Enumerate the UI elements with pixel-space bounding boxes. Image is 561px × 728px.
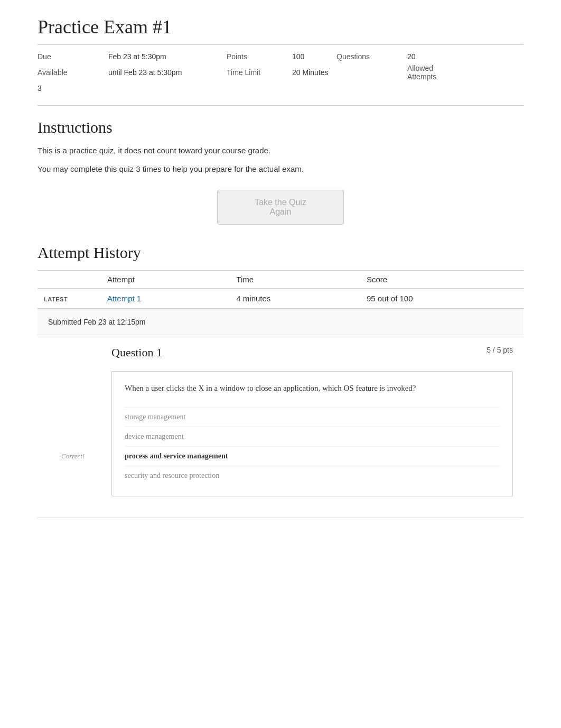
- submitted-section: Submitted Feb 23 at 12:15pm: [38, 309, 523, 335]
- page-title: Practice Exam #1: [38, 16, 523, 38]
- answer-row-3: Correct! process and service management: [125, 446, 500, 466]
- allowed-attempts-label: Allowed Attempts: [407, 64, 450, 81]
- answer-text-4: security and resource protection: [125, 472, 219, 480]
- attempt-link-cell[interactable]: Attempt 1: [101, 289, 230, 309]
- allowed-attempts-value: 3: [38, 84, 106, 93]
- question-1-points: 5 / 5 pts: [487, 346, 513, 354]
- question-1-container: Question 1 5 / 5 pts When a user clicks …: [38, 346, 523, 496]
- attempt-link[interactable]: Attempt 1: [107, 294, 141, 303]
- answer-text-3: process and service management: [125, 452, 228, 460]
- col-header-score: Score: [360, 271, 523, 289]
- question-1-title: Question 1: [111, 346, 162, 360]
- attempt-time: 4 minutes: [230, 289, 360, 309]
- question-1-text: When a user clicks the X in a window to …: [125, 382, 500, 394]
- submitted-text: Submitted Feb 23 at 12:15pm: [48, 318, 145, 326]
- attempt-score: 95 out of 100: [360, 289, 523, 309]
- question-1-box: When a user clicks the X in a window to …: [111, 371, 513, 496]
- col-header-empty: [38, 271, 101, 289]
- questions-label: Questions: [336, 52, 405, 61]
- answer-row-2: device management: [125, 427, 500, 446]
- answer-row-4: security and resource protection: [125, 466, 500, 485]
- col-header-attempt: Attempt: [101, 271, 230, 289]
- exam-meta: Due Feb 23 at 5:30pm Points 100 Question…: [38, 52, 523, 93]
- instructions-title: Instructions: [38, 118, 523, 136]
- table-row: LATEST Attempt 1 4 minutes 95 out of 100: [38, 289, 523, 309]
- time-limit-label: Time Limit: [227, 68, 290, 77]
- attempt-history-table: Attempt Time Score LATEST Attempt 1 4 mi…: [38, 270, 523, 309]
- attempt-history-title: Attempt History: [38, 244, 523, 262]
- due-value: Feb 23 at 5:30pm: [108, 52, 225, 61]
- take-quiz-container: Take the Quiz Again: [38, 190, 523, 225]
- latest-label: LATEST: [38, 289, 101, 309]
- points-value: 100: [292, 52, 334, 61]
- questions-value: 20: [407, 52, 450, 61]
- instructions-line1: This is a practice quiz, it does not cou…: [38, 145, 523, 157]
- time-limit-value: 20 Minutes: [292, 68, 405, 77]
- answers-list: storage management device management Cor…: [125, 407, 500, 485]
- correct-label: Correct!: [61, 452, 85, 460]
- answer-row-1: storage management: [125, 407, 500, 427]
- available-value: until Feb 23 at 5:30pm: [108, 68, 225, 77]
- col-header-time: Time: [230, 271, 360, 289]
- answer-text-2: device management: [125, 432, 184, 440]
- instructions-line2: You may complete this quiz 3 times to he…: [38, 163, 523, 176]
- take-quiz-again-button[interactable]: Take the Quiz Again: [217, 190, 344, 225]
- points-label: Points: [227, 52, 290, 61]
- answer-text-1: storage management: [125, 413, 185, 421]
- due-label: Due: [38, 52, 106, 61]
- available-label: Available: [38, 68, 106, 77]
